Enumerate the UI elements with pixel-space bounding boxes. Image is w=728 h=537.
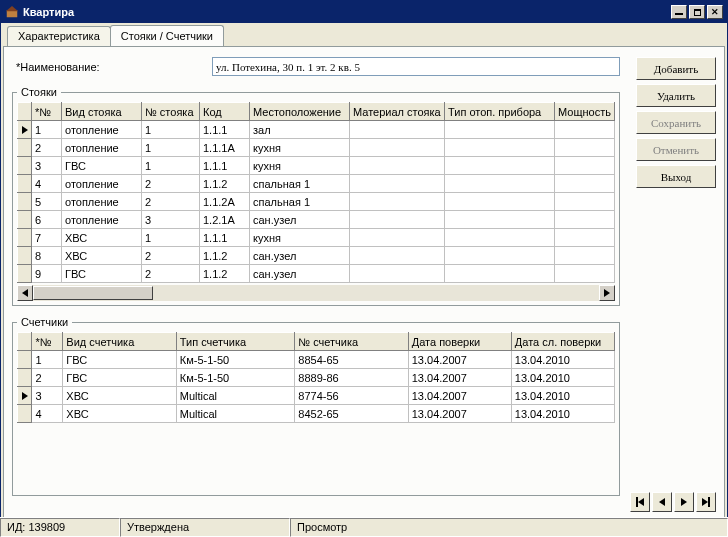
table-row[interactable]: 2отопление11.1.1Акухня [18, 139, 615, 157]
scroll-left-button[interactable] [17, 285, 33, 301]
table-row[interactable]: 4отопление21.1.2спальная 1 [18, 175, 615, 193]
nav-last-button[interactable] [696, 492, 716, 512]
close-button[interactable]: ✕ [707, 5, 723, 19]
risers-col-header[interactable]: Материал стояка [350, 103, 445, 121]
meters-col-header[interactable]: Дата сл. поверки [511, 333, 614, 351]
table-row[interactable]: 7ХВС11.1.1кухня [18, 229, 615, 247]
risers-col-header[interactable]: Тип отоп. прибора [445, 103, 555, 121]
tab-risers[interactable]: Стояки / Счетчики [110, 25, 224, 46]
status-state: Утверждена [120, 518, 290, 537]
table-row[interactable]: 9ГВС21.1.2сан.узел [18, 265, 615, 283]
statusbar: ИД: 139809 Утверждена Просмотр [0, 517, 728, 537]
risers-hscroll[interactable] [17, 285, 615, 301]
cancel-button[interactable]: Отменить [636, 138, 716, 161]
name-input[interactable] [212, 57, 620, 76]
record-nav [630, 492, 716, 512]
save-button[interactable]: Сохранить [636, 111, 716, 134]
meters-col-header[interactable]: Тип счетчика [176, 333, 295, 351]
table-row[interactable]: 1отопление11.1.1зал [18, 121, 615, 139]
nav-prev-button[interactable] [652, 492, 672, 512]
table-row[interactable]: 2ГВСКм-5-1-508889-8613.04.200713.04.2010 [18, 369, 615, 387]
tab-panel: *Наименование: Добавить Удалить Сохранит… [3, 46, 725, 521]
table-row[interactable]: 5отопление21.1.2Аспальная 1 [18, 193, 615, 211]
risers-col-header[interactable]: Мощность [555, 103, 615, 121]
table-row[interactable]: 3ГВС11.1.1кухня [18, 157, 615, 175]
nav-next-button[interactable] [674, 492, 694, 512]
scroll-right-button[interactable] [599, 285, 615, 301]
risers-table[interactable]: *№Вид стояка№ стоякаКодМестоположениеМат… [17, 102, 615, 283]
scroll-thumb[interactable] [33, 286, 153, 300]
risers-col-header[interactable]: Код [200, 103, 250, 121]
table-row[interactable]: 3ХВСMultical8774-5613.04.200713.04.2010 [18, 387, 615, 405]
side-buttons: Добавить Удалить Сохранить Отменить Выхо… [636, 57, 716, 188]
meters-col-header[interactable]: № счетчика [295, 333, 408, 351]
add-button[interactable]: Добавить [636, 57, 716, 80]
meters-col-header[interactable]: Вид счетчика [63, 333, 176, 351]
svg-rect-0 [7, 10, 18, 17]
risers-col-header[interactable]: *№ [32, 103, 62, 121]
tabstrip: Характеристика Стояки / Счетчики [7, 25, 725, 46]
window-title: Квартира [23, 6, 74, 18]
table-row[interactable]: 4ХВСMultical8452-6513.04.200713.04.2010 [18, 405, 615, 423]
risers-col-header[interactable]: Вид стояка [62, 103, 142, 121]
maximize-button[interactable] [689, 5, 705, 19]
titlebar: Квартира ✕ [1, 1, 727, 23]
status-id: ИД: 139809 [0, 518, 120, 537]
table-row[interactable]: 6отопление31.2.1Асан.узел [18, 211, 615, 229]
meters-table[interactable]: *№Вид счетчикаТип счетчика№ счетчикаДата… [17, 332, 615, 423]
risers-col-header[interactable]: Местоположение [250, 103, 350, 121]
app-icon [5, 5, 19, 19]
table-row[interactable]: 8ХВС21.1.2сан.узел [18, 247, 615, 265]
exit-button[interactable]: Выход [636, 165, 716, 188]
risers-legend: Стояки [17, 86, 61, 98]
status-mode: Просмотр [290, 518, 728, 537]
meters-col-header[interactable]: *№ [32, 333, 63, 351]
risers-col-header[interactable]: № стояка [142, 103, 200, 121]
meters-group: Счетчики *№Вид счетчикаТип счетчика№ сче… [12, 316, 620, 496]
meters-col-header[interactable]: Дата поверки [408, 333, 511, 351]
name-label: *Наименование: [12, 61, 212, 73]
delete-button[interactable]: Удалить [636, 84, 716, 107]
minimize-button[interactable] [671, 5, 687, 19]
tab-characteristics[interactable]: Характеристика [7, 26, 111, 47]
table-row[interactable]: 1ГВСКм-5-1-508854-6513.04.200713.04.2010 [18, 351, 615, 369]
nav-first-button[interactable] [630, 492, 650, 512]
svg-marker-1 [6, 6, 18, 11]
meters-legend: Счетчики [17, 316, 72, 328]
risers-group: Стояки *№Вид стояка№ стоякаКодМестополож… [12, 86, 620, 306]
